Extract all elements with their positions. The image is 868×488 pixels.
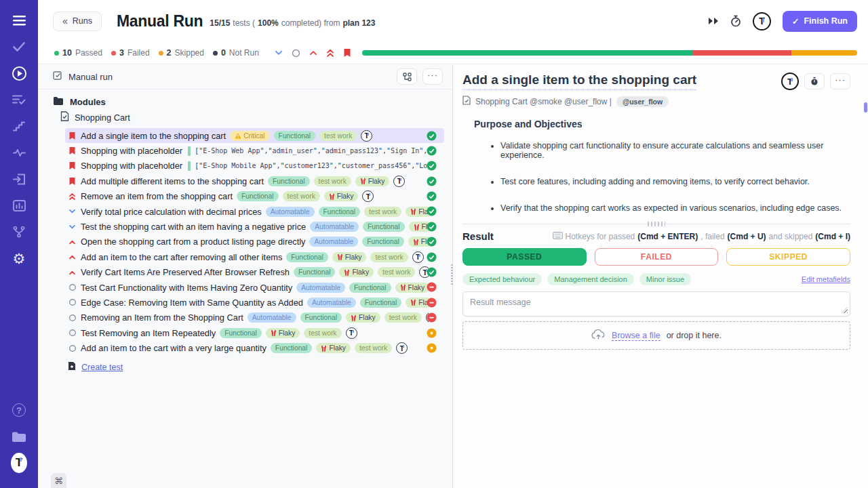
settings-gear-icon[interactable]: ⚙ bbox=[11, 250, 27, 266]
test-row[interactable]: Verify Cart Items Are Preserved After Br… bbox=[65, 265, 444, 280]
filter-bookmark-icon[interactable] bbox=[343, 48, 351, 58]
pulse-icon[interactable] bbox=[11, 144, 27, 161]
back-chevrons-icon: « bbox=[62, 16, 68, 26]
section-resize-grip[interactable] bbox=[648, 222, 665, 226]
detail-timer-button[interactable] bbox=[804, 73, 825, 89]
metafield-management-decision[interactable]: Management decision bbox=[547, 273, 634, 285]
test-title: Shopping with placeholder bbox=[81, 146, 182, 156]
filter-double-chevron-up-icon[interactable] bbox=[326, 49, 334, 58]
test-row[interactable]: Add multiple different items to the shop… bbox=[65, 174, 444, 188]
test-title: Add a single item to the shopping cart bbox=[81, 131, 226, 141]
test-row[interactable]: Add an item to the cart after removing a… bbox=[65, 249, 444, 264]
test-row[interactable]: Remove an item from the shopping cartFun… bbox=[65, 189, 444, 204]
file-icon bbox=[60, 111, 69, 123]
test-row[interactable]: Add a single item to the shopping cartCr… bbox=[65, 128, 444, 143]
keyboard-icon bbox=[553, 232, 563, 241]
badge-testwork: test work bbox=[370, 252, 408, 262]
priority-bookmark-icon bbox=[68, 161, 77, 170]
metafield-expected-behaviour[interactable]: Expected behaviour bbox=[462, 273, 542, 285]
edit-metafields-link[interactable]: Edit metafields bbox=[802, 275, 850, 283]
testomat-icon: T bbox=[346, 327, 357, 339]
sidebar: ⚙ ? T bbox=[0, 0, 38, 488]
list-check-icon[interactable] bbox=[11, 92, 27, 108]
badge-automatable: Automatable bbox=[266, 207, 315, 217]
modules-node[interactable]: Modules bbox=[53, 96, 452, 107]
command-key-badge[interactable]: ⌘ bbox=[51, 473, 66, 488]
status-failed-icon bbox=[427, 312, 437, 323]
run-progress-bar bbox=[362, 50, 857, 56]
test-row[interactable]: Test the shopping cart with an item havi… bbox=[65, 219, 444, 234]
priority-down-icon bbox=[68, 224, 77, 230]
badge-flaky: Flaky bbox=[355, 176, 390, 186]
test-title: Add an item to the cart with a very larg… bbox=[81, 343, 267, 353]
test-row[interactable]: Removing an Item from the Shopping CartA… bbox=[65, 310, 444, 325]
file-dropzone[interactable]: Browse a file or drop it here. bbox=[462, 321, 850, 350]
steps-icon[interactable] bbox=[11, 118, 27, 134]
tree-view-button[interactable] bbox=[397, 68, 417, 85]
badge-functional: Functional bbox=[294, 267, 336, 277]
create-test[interactable]: Create test bbox=[68, 361, 452, 373]
finish-run-button[interactable]: ✓ Finish Run bbox=[783, 11, 857, 32]
purpose-bullet: Verify that the shopping cart works as e… bbox=[500, 203, 850, 213]
run-play-icon[interactable] bbox=[11, 65, 27, 81]
priority-bookmark-icon bbox=[68, 131, 77, 140]
filter-circle-icon[interactable] bbox=[292, 49, 300, 58]
badge-functional: Functional bbox=[268, 176, 310, 186]
test-row[interactable]: Shopping with placeholder["E-Shop Web Ap… bbox=[65, 143, 444, 158]
result-message-input[interactable] bbox=[462, 291, 850, 317]
purpose-bullet: Test core features, including adding and… bbox=[500, 177, 850, 186]
badge-automatable: Automatable bbox=[248, 312, 296, 323]
tree-more-button[interactable]: ··· bbox=[422, 68, 443, 85]
testomat-ai-icon[interactable]: T bbox=[781, 73, 799, 90]
test-row[interactable]: Test Cart Functionality with Items Havin… bbox=[65, 280, 444, 295]
test-title: Verify total price calculation with deci… bbox=[81, 207, 262, 217]
progress-skipped bbox=[791, 50, 857, 56]
test-title: Test Removing an Item Repeatedly bbox=[81, 328, 216, 338]
skipped-button[interactable]: SKIPPED bbox=[726, 248, 850, 266]
fast-forward-icon[interactable] bbox=[708, 17, 719, 25]
description-scrollbar[interactable] bbox=[864, 102, 867, 113]
failed-stat: 3Failed bbox=[111, 48, 150, 58]
branch-icon[interactable] bbox=[11, 224, 27, 240]
projects-folder-icon[interactable] bbox=[11, 428, 27, 445]
test-row[interactable]: Shopping with placeholder["E-Shop Mobile… bbox=[65, 159, 444, 174]
import-icon[interactable] bbox=[11, 171, 27, 187]
menu-icon[interactable] bbox=[11, 12, 27, 28]
check-icon[interactable] bbox=[11, 39, 27, 55]
test-row[interactable]: Edge Case: Removing Item with Same Quant… bbox=[65, 295, 444, 310]
test-tree-panel: Manual run ··· Modules Shopping Cart Add… bbox=[38, 64, 453, 488]
metafield-minor-issue[interactable]: Minor issue bbox=[639, 273, 691, 285]
failed-dot bbox=[111, 51, 116, 56]
status-passed-icon bbox=[427, 146, 437, 156]
detail-more-button[interactable]: ··· bbox=[830, 73, 850, 89]
timer-icon[interactable] bbox=[730, 15, 741, 27]
test-data-snippet: ["E-Shop Mobile App","customer123","cust… bbox=[195, 162, 429, 169]
test-row[interactable]: Test Removing an Item RepeatedlyFunction… bbox=[65, 325, 444, 340]
test-row[interactable]: Verify total price calculation with deci… bbox=[65, 204, 444, 219]
suite-shopping-cart[interactable]: Shopping Cart bbox=[60, 111, 452, 123]
passed-button[interactable]: PASSED bbox=[462, 248, 587, 266]
testomat-avatar[interactable]: T bbox=[753, 12, 771, 30]
badge-critical: Critical bbox=[230, 131, 269, 141]
hotkeys-hint: Hotkeys for passed(Cmd + ENTER), failed(… bbox=[553, 232, 850, 241]
help-icon[interactable]: ? bbox=[11, 402, 27, 418]
browse-file-link[interactable]: Browse a file bbox=[612, 331, 660, 341]
testomat-icon: T bbox=[361, 130, 372, 142]
breadcrumb: Shopping Cart @smoke @user_flow | bbox=[475, 97, 612, 106]
runs-back-button[interactable]: « Runs bbox=[53, 12, 102, 31]
priority-circle-icon bbox=[68, 314, 77, 322]
badge-testwork: test work bbox=[314, 176, 351, 186]
test-row[interactable]: Open the shopping cart from a product li… bbox=[65, 235, 444, 249]
failed-button[interactable]: FAILED bbox=[595, 248, 719, 266]
test-row[interactable]: Add an item to the cart with a very larg… bbox=[65, 340, 444, 355]
priority-up-icon bbox=[68, 270, 77, 275]
priority-bookmark-icon bbox=[68, 146, 77, 155]
test-title: Open the shopping cart from a product li… bbox=[81, 237, 305, 247]
report-chart-icon[interactable] bbox=[11, 197, 27, 214]
progress-passed bbox=[362, 50, 692, 56]
filter-chevron-down-icon[interactable] bbox=[275, 50, 283, 56]
testomat-logo[interactable]: T bbox=[11, 455, 27, 471]
filter-chevron-up-icon[interactable] bbox=[309, 50, 317, 56]
priority-up-icon bbox=[68, 239, 77, 245]
skipped-dot bbox=[159, 51, 163, 56]
